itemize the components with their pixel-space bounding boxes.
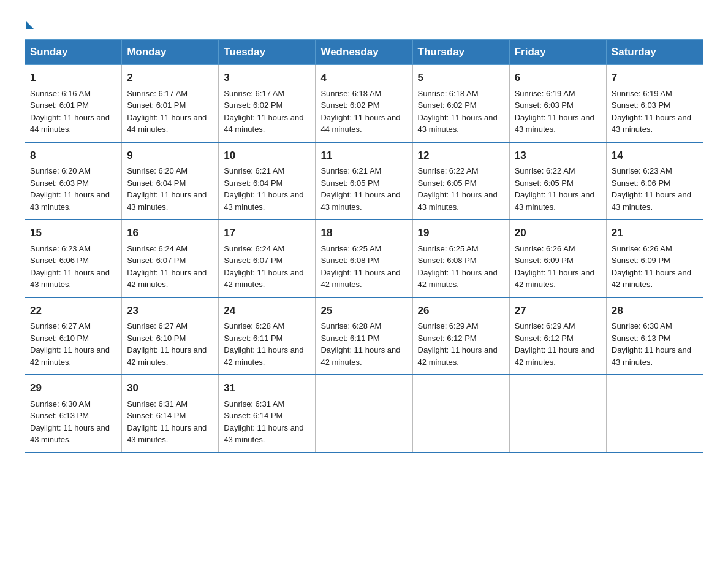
daylight-label: Daylight: 11 hours and 43 minutes.: [30, 423, 110, 445]
daylight-label: Daylight: 11 hours and 43 minutes.: [515, 113, 594, 134]
calendar-week-row: 29 Sunrise: 6:30 AM Sunset: 6:13 PM Dayl…: [25, 375, 703, 453]
sunrise-label: Sunrise: 6:31 AM: [224, 399, 284, 408]
calendar-header-friday: Friday: [509, 40, 606, 65]
daylight-label: Daylight: 11 hours and 43 minutes.: [612, 190, 691, 212]
sunrise-label: Sunrise: 6:30 AM: [30, 399, 91, 408]
calendar-header-row: SundayMondayTuesdayWednesdayThursdayFrid…: [25, 40, 703, 65]
calendar-header-monday: Monday: [122, 40, 219, 65]
day-number: 9: [127, 148, 213, 164]
daylight-label: Daylight: 11 hours and 42 minutes.: [320, 268, 400, 289]
sunrise-label: Sunrise: 6:24 AM: [224, 244, 284, 253]
sunrise-label: Sunrise: 6:18 AM: [418, 89, 479, 98]
sunrise-label: Sunrise: 6:31 AM: [127, 399, 188, 408]
calendar-cell: 31 Sunrise: 6:31 AM Sunset: 6:14 PM Dayl…: [219, 375, 316, 453]
calendar-cell: 22 Sunrise: 6:27 AM Sunset: 6:10 PM Dayl…: [25, 297, 122, 375]
sunset-label: Sunset: 6:14 PM: [224, 411, 282, 420]
calendar-cell: 2 Sunrise: 6:17 AM Sunset: 6:01 PM Dayli…: [122, 65, 219, 142]
daylight-label: Daylight: 11 hours and 43 minutes.: [612, 345, 691, 367]
daylight-label: Daylight: 11 hours and 42 minutes.: [30, 345, 110, 367]
day-number: 17: [224, 225, 310, 241]
calendar-cell: 10 Sunrise: 6:21 AM Sunset: 6:04 PM Dayl…: [219, 142, 316, 220]
sunset-label: Sunset: 6:01 PM: [30, 101, 89, 110]
calendar-cell: [316, 375, 412, 453]
day-number: 15: [30, 225, 116, 241]
sunset-label: Sunset: 6:02 PM: [320, 101, 379, 110]
day-number: 14: [612, 148, 698, 164]
sunrise-label: Sunrise: 6:25 AM: [320, 244, 381, 253]
calendar-cell: 6 Sunrise: 6:19 AM Sunset: 6:03 PM Dayli…: [509, 65, 606, 142]
daylight-label: Daylight: 11 hours and 42 minutes.: [224, 268, 303, 289]
sunset-label: Sunset: 6:03 PM: [612, 101, 670, 110]
day-number: 27: [515, 303, 601, 319]
daylight-label: Daylight: 11 hours and 42 minutes.: [515, 268, 594, 289]
calendar-cell: 1 Sunrise: 6:16 AM Sunset: 6:01 PM Dayli…: [25, 65, 122, 142]
calendar-cell: 11 Sunrise: 6:21 AM Sunset: 6:05 PM Dayl…: [316, 142, 412, 220]
daylight-label: Daylight: 11 hours and 42 minutes.: [515, 345, 594, 367]
sunrise-label: Sunrise: 6:26 AM: [515, 244, 575, 253]
day-number: 10: [224, 148, 310, 164]
calendar-cell: 26 Sunrise: 6:29 AM Sunset: 6:12 PM Dayl…: [412, 297, 509, 375]
sunset-label: Sunset: 6:01 PM: [127, 101, 186, 110]
sunset-label: Sunset: 6:09 PM: [515, 256, 574, 265]
day-number: 7: [612, 70, 698, 86]
sunrise-label: Sunrise: 6:21 AM: [320, 166, 381, 175]
sunset-label: Sunset: 6:09 PM: [612, 256, 670, 265]
daylight-label: Daylight: 11 hours and 43 minutes.: [320, 190, 400, 212]
daylight-label: Daylight: 11 hours and 43 minutes.: [515, 190, 594, 212]
day-number: 1: [30, 70, 116, 86]
day-number: 5: [418, 70, 504, 86]
sunset-label: Sunset: 6:08 PM: [418, 256, 477, 265]
day-number: 24: [224, 303, 310, 319]
sunset-label: Sunset: 6:07 PM: [224, 256, 282, 265]
sunrise-label: Sunrise: 6:27 AM: [30, 321, 91, 331]
calendar-cell: 8 Sunrise: 6:20 AM Sunset: 6:03 PM Dayli…: [25, 142, 122, 220]
sunset-label: Sunset: 6:04 PM: [127, 178, 186, 188]
sunset-label: Sunset: 6:06 PM: [30, 256, 89, 265]
daylight-label: Daylight: 11 hours and 43 minutes.: [127, 423, 207, 445]
sunrise-label: Sunrise: 6:17 AM: [127, 89, 188, 98]
day-number: 21: [612, 225, 698, 241]
daylight-label: Daylight: 11 hours and 43 minutes.: [418, 190, 498, 212]
calendar-cell: [509, 375, 606, 453]
day-number: 12: [418, 148, 504, 164]
sunset-label: Sunset: 6:12 PM: [515, 334, 574, 343]
day-number: 23: [127, 303, 213, 319]
day-number: 20: [515, 225, 601, 241]
page-header: [25, 18, 703, 27]
calendar-cell: 17 Sunrise: 6:24 AM Sunset: 6:07 PM Dayl…: [219, 220, 316, 297]
sunrise-label: Sunrise: 6:23 AM: [30, 244, 91, 253]
daylight-label: Daylight: 11 hours and 44 minutes.: [224, 113, 303, 134]
daylight-label: Daylight: 11 hours and 44 minutes.: [320, 113, 400, 134]
calendar-week-row: 22 Sunrise: 6:27 AM Sunset: 6:10 PM Dayl…: [25, 297, 703, 375]
calendar-cell: 7 Sunrise: 6:19 AM Sunset: 6:03 PM Dayli…: [606, 65, 703, 142]
sunrise-label: Sunrise: 6:28 AM: [320, 321, 381, 331]
sunset-label: Sunset: 6:03 PM: [30, 178, 89, 188]
sunrise-label: Sunrise: 6:24 AM: [127, 244, 188, 253]
daylight-label: Daylight: 11 hours and 43 minutes.: [418, 113, 498, 134]
calendar-cell: 5 Sunrise: 6:18 AM Sunset: 6:02 PM Dayli…: [412, 65, 509, 142]
sunrise-label: Sunrise: 6:30 AM: [612, 321, 672, 331]
calendar-cell: 28 Sunrise: 6:30 AM Sunset: 6:13 PM Dayl…: [606, 297, 703, 375]
calendar-cell: 30 Sunrise: 6:31 AM Sunset: 6:14 PM Dayl…: [122, 375, 219, 453]
day-number: 11: [320, 148, 407, 164]
day-number: 18: [320, 225, 407, 241]
sunrise-label: Sunrise: 6:16 AM: [30, 89, 91, 98]
sunset-label: Sunset: 6:05 PM: [418, 178, 477, 188]
calendar-week-row: 8 Sunrise: 6:20 AM Sunset: 6:03 PM Dayli…: [25, 142, 703, 220]
day-number: 2: [127, 70, 213, 86]
calendar-cell: [606, 375, 703, 453]
daylight-label: Daylight: 11 hours and 42 minutes.: [127, 268, 207, 289]
sunrise-label: Sunrise: 6:22 AM: [418, 166, 479, 175]
calendar-cell: 9 Sunrise: 6:20 AM Sunset: 6:04 PM Dayli…: [122, 142, 219, 220]
sunrise-label: Sunrise: 6:20 AM: [30, 166, 91, 175]
daylight-label: Daylight: 11 hours and 42 minutes.: [224, 345, 303, 367]
calendar-header-sunday: Sunday: [25, 40, 122, 65]
sunset-label: Sunset: 6:05 PM: [320, 178, 379, 188]
calendar-cell: 27 Sunrise: 6:29 AM Sunset: 6:12 PM Dayl…: [509, 297, 606, 375]
sunset-label: Sunset: 6:13 PM: [30, 411, 89, 420]
sunset-label: Sunset: 6:07 PM: [127, 256, 186, 265]
calendar-week-row: 1 Sunrise: 6:16 AM Sunset: 6:01 PM Dayli…: [25, 65, 703, 142]
calendar-cell: 18 Sunrise: 6:25 AM Sunset: 6:08 PM Dayl…: [316, 220, 412, 297]
sunset-label: Sunset: 6:06 PM: [612, 178, 670, 188]
logo: [25, 18, 34, 27]
